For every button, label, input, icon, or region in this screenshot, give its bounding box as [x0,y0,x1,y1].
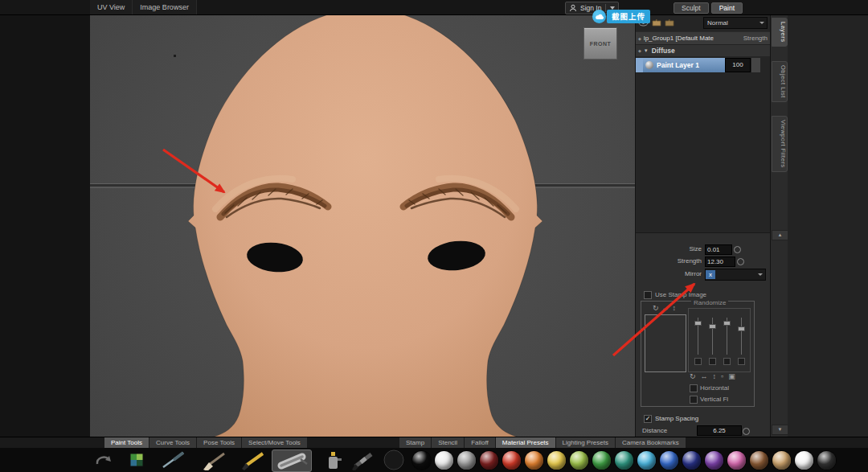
blend-mode-dropdown[interactable]: Normal [703,17,768,29]
stamp-transform-icons[interactable]: ↻↔↕ [653,304,679,312]
section-collapse-icon[interactable]: ▼ [644,48,649,53]
randomize-slider-checkbox[interactable] [738,358,745,365]
paint-button[interactable]: Paint [711,2,743,14]
knife-icon [159,449,188,470]
brush-tool[interactable] [199,449,231,471]
randomize-slider-handle[interactable] [738,326,745,331]
tab-image-browser[interactable]: Image Browser [133,0,197,14]
undo-tool[interactable] [87,449,119,471]
spray-tool[interactable] [317,449,349,471]
tab-falloff[interactable]: Falloff [465,437,495,449]
flip-horizontal-icon[interactable]: ↔ [701,372,713,380]
stamp-flip-icons[interactable]: ↻↔↕▫▣ [690,372,740,380]
viewport-tabs: UV View Image Browser [90,0,197,14]
flip-vertical-icon[interactable]: ↕ [673,304,680,312]
tab-layers[interactable]: Layers [772,18,788,47]
size-input[interactable]: 0.01 [705,244,732,255]
stamp-preview[interactable] [645,314,686,372]
diffuse-section-row[interactable]: ◆ ▼ Diffuse [636,45,771,56]
randomize-slider-handle[interactable] [709,324,716,329]
distance-slider-knob[interactable] [743,428,750,435]
horizontal-flip-checkbox[interactable] [690,384,698,392]
layer-group-row[interactable]: ◆ lp_Group1 [Default Mate Strength [636,31,771,45]
mirror-dropdown[interactable]: x [705,269,766,281]
knife-tool[interactable] [158,449,190,471]
color-swatch[interactable] [457,451,476,470]
head-model[interactable] [188,14,542,437]
texture-tool[interactable] [121,449,153,471]
tab-stencil[interactable]: Stencil [432,437,464,449]
color-swatch[interactable] [705,451,723,470]
scroll-up-button[interactable]: ▲ [772,230,788,240]
stamp-spacing-checkbox[interactable]: ✓ [644,415,652,423]
randomize-slider-handle[interactable] [694,321,702,326]
color-swatch[interactable] [682,451,701,470]
color-swatch[interactable] [480,451,498,470]
pencil-tool[interactable] [238,449,270,471]
tab-paint-tools[interactable]: Paint Tools [104,437,149,449]
refresh-icon[interactable]: ↻ [690,372,701,380]
tab-pose-tools[interactable]: Pose Tools [197,437,241,449]
layer-grip-handle[interactable] [751,58,760,72]
view-cube-label: FRONT [590,41,612,47]
tab-object-list[interactable]: Object List [772,61,788,102]
color-swatch[interactable] [525,451,543,470]
new-group-folder-icon[interactable] [665,18,674,27]
vertical-flip-checkbox[interactable] [690,396,698,404]
marker-icon [349,449,378,470]
refresh-icon[interactable]: ↻ [653,304,662,312]
tab-curve-tools[interactable]: Curve Tools [149,437,196,449]
distance-input[interactable]: 6.25 [697,425,742,436]
randomize-slider-checkbox[interactable] [694,358,702,365]
color-swatch[interactable] [547,451,566,470]
use-stamp-image-checkbox[interactable] [644,291,652,299]
randomize-slider-handle[interactable] [723,321,731,326]
grid-box-icon[interactable]: ▣ [728,372,740,380]
layer-name-cell[interactable]: Paint Layer 1 [643,58,725,72]
tab-camera-bookmarks[interactable]: Camera Bookmarks [616,437,686,449]
tab-lighting-presets[interactable]: Lighting Presets [556,437,615,449]
color-swatch[interactable] [412,451,431,470]
size-slider-knob[interactable] [734,246,741,253]
sculpt-button[interactable]: Sculpt [674,2,709,14]
color-swatch[interactable] [817,451,836,470]
randomize-slider-track[interactable] [741,318,742,355]
tab-uv-view[interactable]: UV View [90,0,133,14]
marker-tool[interactable] [347,449,379,471]
tab-material-presets[interactable]: Material Presets [496,437,555,449]
layer-opacity-field[interactable]: 100 [725,58,751,72]
view-cube[interactable]: FRONT [583,27,617,60]
color-swatch[interactable] [592,451,611,470]
color-swatch[interactable] [435,451,453,470]
paint-layer-row[interactable]: Paint Layer 1 100 [636,58,771,72]
box-icon[interactable]: ▫ [721,372,728,380]
strength-slider-knob[interactable] [737,258,744,265]
tab-stamp[interactable]: Stamp [399,437,431,449]
color-swatch[interactable] [570,451,588,470]
color-swatch[interactable] [660,451,678,470]
color-swatch[interactable] [795,451,813,470]
tab-viewport-filters[interactable]: Viewport Filters [772,116,788,172]
sphere-tool[interactable] [378,449,410,471]
color-swatch[interactable] [772,451,791,470]
flip-vertical-icon[interactable]: ↕ [713,372,722,380]
randomize-slider-checkbox[interactable] [723,358,731,365]
layer-visibility-cell[interactable] [636,58,643,72]
strength-input[interactable]: 12.30 [705,257,735,267]
scroll-down-button[interactable]: ▼ [772,425,788,435]
tab-select-move-tools[interactable]: Select/Move Tools [242,437,307,449]
viewport-canvas[interactable] [90,14,635,437]
stamp-spacing-label: Stamp Spacing [655,415,698,422]
color-swatch[interactable] [502,451,521,470]
new-layer-folder-icon[interactable] [652,18,661,27]
cloud-icon [592,10,606,23]
color-swatch[interactable] [750,451,768,470]
color-swatch[interactable] [727,451,746,470]
flip-horizontal-icon[interactable]: ↔ [662,304,673,312]
airbrush-tool-selected[interactable] [272,449,312,472]
viewport-3d[interactable]: FRONT [90,14,635,437]
randomize-slider-checkbox[interactable] [709,358,716,365]
color-swatch[interactable] [637,451,656,470]
randomize-slider-track[interactable] [712,318,713,355]
color-swatch[interactable] [615,451,633,470]
